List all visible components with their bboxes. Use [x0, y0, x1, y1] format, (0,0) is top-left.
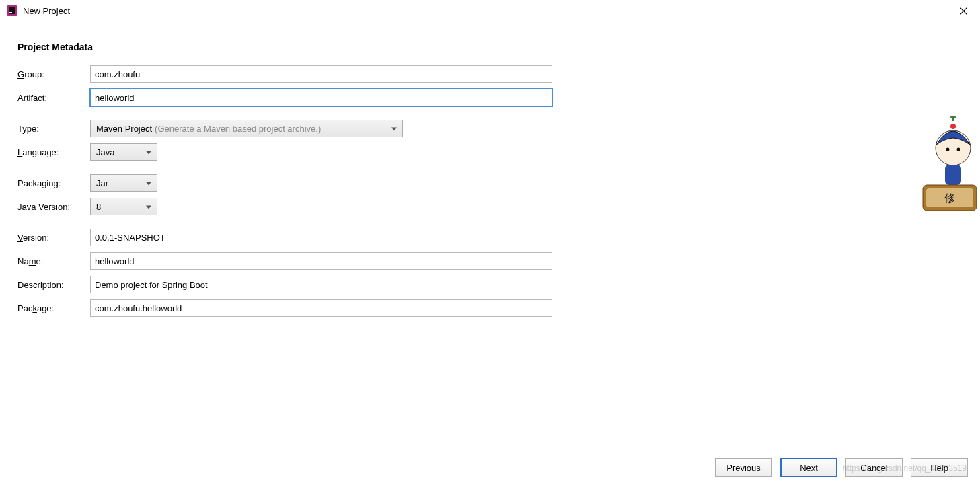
packaging-select[interactable]: Jar	[90, 174, 157, 192]
section-title: Project Metadata	[17, 42, 980, 52]
svg-rect-2	[9, 12, 12, 13]
help-button[interactable]: Help	[911, 458, 968, 477]
row-name: Name:	[17, 252, 980, 270]
svg-point-9	[946, 148, 950, 151]
row-language: Language: Java	[17, 143, 980, 161]
label-packaging: Packaging:	[17, 178, 90, 188]
type-select-value: Maven Project	[96, 124, 152, 134]
version-input[interactable]	[90, 229, 552, 246]
label-name: Name:	[17, 256, 90, 266]
packaging-select-value: Jar	[96, 178, 108, 188]
cancel-button[interactable]: Cancel	[845, 458, 903, 477]
label-description: Description:	[17, 280, 90, 290]
language-select-value: Java	[96, 147, 114, 157]
row-group: Group:	[17, 65, 980, 83]
java-version-select-value: 8	[96, 202, 101, 212]
window-title: New Project	[23, 6, 70, 16]
svg-point-8	[950, 116, 956, 118]
row-description: Description:	[17, 275, 980, 294]
label-version: Version:	[17, 233, 90, 243]
java-version-select[interactable]: 8	[90, 198, 157, 215]
row-version: Version:	[17, 228, 980, 247]
close-icon	[960, 7, 967, 15]
next-button[interactable]: Next	[780, 458, 837, 477]
row-artifact: Artifact:	[17, 88, 980, 107]
row-type: Type: Maven Project (Generate a Maven ba…	[17, 119, 980, 138]
artifact-input[interactable]	[90, 89, 552, 106]
language-select[interactable]: Java	[90, 143, 157, 161]
title-bar: New Project	[0, 0, 980, 22]
svg-rect-11	[945, 165, 961, 185]
row-package: Package:	[17, 299, 980, 318]
previous-button[interactable]: Previous	[715, 458, 772, 477]
type-select[interactable]: Maven Project (Generate a Maven based pr…	[90, 120, 403, 137]
row-java-version: Java Version: 8	[17, 197, 980, 216]
label-package: Package:	[17, 303, 90, 313]
row-packaging: Packaging: Jar	[17, 174, 980, 192]
footer-buttons: Previous Next Cancel Help	[715, 458, 968, 477]
label-java-version: Java Version:	[17, 202, 90, 212]
label-type: Type:	[17, 124, 90, 134]
svg-point-6	[950, 124, 956, 129]
name-input[interactable]	[90, 252, 552, 270]
label-artifact: Artifact:	[17, 93, 90, 103]
mascot-image: 修	[919, 114, 980, 215]
svg-text:修: 修	[944, 192, 955, 204]
svg-point-10	[957, 148, 960, 151]
type-select-hint: (Generate a Maven based project archive.…	[155, 124, 321, 134]
package-input[interactable]	[90, 299, 552, 317]
label-group: Group:	[17, 69, 90, 79]
description-input[interactable]	[90, 276, 552, 293]
app-icon	[7, 5, 17, 16]
close-button[interactable]	[953, 1, 973, 21]
label-language: Language:	[17, 147, 90, 157]
form: Group: Artifact: Type: Maven Project (Ge…	[17, 65, 980, 318]
group-input[interactable]	[90, 65, 552, 83]
